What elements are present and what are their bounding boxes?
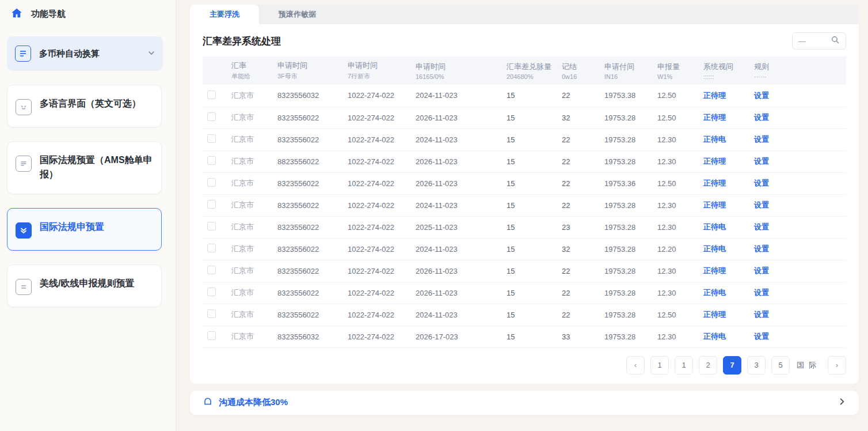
sidebar-item-us-eu-rules[interactable]: 美线/欧线申报规则预置 [7, 264, 162, 307]
pagination-page[interactable]: 1 [675, 356, 693, 375]
table-cell: 19753.28 [600, 150, 653, 172]
file-icon [16, 156, 32, 172]
table-cell: 12.50 [653, 172, 699, 194]
table-cell: 1022-274-022 [343, 326, 411, 347]
table-cell: 汇京市 [227, 172, 273, 194]
table-cell: 15 [502, 260, 557, 282]
settings-link[interactable]: 设置 [749, 128, 846, 150]
table-row: 汇京市83235560221022-274-0222024-11-0231522… [203, 128, 846, 150]
table-cell: 22 [557, 85, 600, 107]
settings-link[interactable]: 设置 [749, 107, 846, 128]
settings-link[interactable]: 设置 [749, 282, 846, 304]
settings-link[interactable]: 设置 [749, 304, 846, 326]
table-row: 汇京市83235560221022-274-0222024-11-0231522… [203, 194, 846, 216]
column-header: 规则······ [749, 56, 846, 85]
table-cell: 1022-274-022 [343, 194, 411, 216]
table-cell: 汇京市 [227, 107, 273, 128]
sidebar-item-intl-regulation-preset[interactable]: 国际法规申预置 [7, 208, 162, 251]
table-cell: 2026-11-023 [411, 150, 502, 172]
tab-label: 主要浮洗 [210, 9, 239, 20]
table-cell: 15 [502, 304, 557, 326]
status-link[interactable]: 正待理 [699, 150, 749, 172]
table-cell: 8323556032 [273, 85, 343, 107]
settings-link[interactable]: 设置 [749, 216, 846, 238]
table-header: 汇率单能给申请时间3F母市申请时间7行新市申请时间16165/0%汇率差兑脉量2… [203, 56, 846, 85]
row-checkbox[interactable] [207, 331, 216, 340]
row-checkbox[interactable] [207, 90, 216, 99]
table-cell: 15 [502, 85, 557, 107]
status-link[interactable]: 正待电 [699, 216, 749, 238]
table-cell: 12.20 [653, 238, 699, 260]
sidebar-item-ams-preset[interactable]: 国际法规预置（AMS舱单申报） [7, 141, 162, 194]
row-checkbox[interactable] [207, 309, 216, 318]
table-row: 汇京市83235560221022-274-0222026-11-0231532… [203, 107, 846, 128]
tab-secondary[interactable]: 预滚作敏据 [259, 5, 336, 24]
sidebar-home-label: 功能导航 [31, 9, 66, 20]
table-row: 汇京市83235560321022-274-0222026-17-0231533… [203, 326, 846, 347]
row-checkbox[interactable] [207, 288, 216, 296]
pagination-page[interactable]: 5 [771, 356, 790, 375]
row-checkbox[interactable] [207, 134, 216, 143]
row-checkbox[interactable] [207, 266, 216, 274]
row-checkbox[interactable] [207, 156, 216, 165]
table-cell: 22 [557, 172, 600, 194]
search-input[interactable]: — [792, 32, 846, 50]
table-cell: 15 [502, 107, 557, 128]
column-header: 申请付间IN16 [600, 56, 653, 85]
table-cell: 12.30 [653, 326, 699, 347]
table-cell: 12.30 [653, 194, 699, 216]
status-link[interactable]: 正待电 [699, 326, 749, 347]
sidebar-item-multilanguage[interactable]: 多语言界面（英文可选） [7, 85, 162, 127]
table-cell: 1022-274-022 [343, 238, 411, 260]
tab-primary[interactable]: 主要浮洗 [190, 5, 259, 24]
table-cell: 19753.28 [600, 304, 653, 326]
settings-link[interactable]: 设置 [749, 194, 846, 216]
footer-banner[interactable]: 沟通成本降低30% [190, 391, 859, 415]
status-link[interactable]: 正待理 [699, 107, 749, 128]
sidebar-item-label: 多语言界面（英文可选） [40, 97, 141, 111]
table-cell: 2026-11-023 [411, 107, 502, 128]
status-link[interactable]: 正待理 [699, 304, 749, 326]
table-cell: 2026-11-023 [411, 172, 502, 194]
row-checkbox[interactable] [207, 222, 216, 230]
table-cell: 8323556022 [273, 128, 343, 150]
row-checkbox[interactable] [207, 244, 216, 252]
column-header: 汇率差兑脉量204680% [502, 56, 557, 85]
pagination-page[interactable]: 1 [650, 356, 669, 375]
table-cell: 23 [557, 216, 600, 238]
settings-link[interactable]: 设置 [749, 238, 846, 260]
table-cell: 19753.36 [600, 172, 653, 194]
table-cell: 19753.28 [600, 194, 653, 216]
status-link[interactable]: 正待理 [699, 260, 749, 282]
pagination-next-button[interactable]: › [828, 356, 846, 375]
chevron-down-icon [148, 50, 155, 58]
pagination-prev-button[interactable]: ‹ [626, 356, 645, 375]
status-link[interactable]: 正待电 [699, 282, 749, 304]
settings-link[interactable]: 设置 [749, 172, 846, 194]
table-cell: 22 [557, 150, 600, 172]
settings-link[interactable]: 设置 [749, 85, 846, 107]
table-cell: 汇京市 [227, 260, 273, 282]
status-link[interactable]: 正待理 [699, 172, 749, 194]
settings-link[interactable]: 设置 [749, 150, 846, 172]
pagination-page[interactable]: 2 [699, 356, 717, 375]
row-checkbox[interactable] [207, 178, 216, 187]
row-checkbox[interactable] [207, 112, 216, 121]
row-checkbox[interactable] [207, 200, 216, 209]
column-header: 记结0w16 [557, 56, 600, 85]
status-link[interactable]: 正待理 [699, 194, 749, 216]
sidebar-item-multicurrency[interactable]: 多币种自动换算 [7, 36, 163, 71]
table-cell: 汇京市 [227, 238, 273, 260]
status-link[interactable]: 正待电 [699, 128, 749, 150]
status-link[interactable]: 正待电 [699, 238, 749, 260]
settings-link[interactable]: 设置 [749, 260, 846, 282]
chevron-right-icon[interactable] [838, 398, 846, 407]
sidebar-home[interactable]: 功能导航 [0, 0, 176, 21]
column-header: 申请时间3F母市 [273, 56, 343, 85]
status-link[interactable]: 正待理 [699, 85, 749, 107]
table-row: 汇京市83235560221022-274-0222025-11-0231523… [203, 216, 846, 238]
settings-link[interactable]: 设置 [749, 326, 846, 347]
pagination-page[interactable]: 7 [723, 356, 741, 375]
search-placeholder: — [798, 37, 806, 46]
pagination-page[interactable]: 3 [747, 356, 766, 375]
